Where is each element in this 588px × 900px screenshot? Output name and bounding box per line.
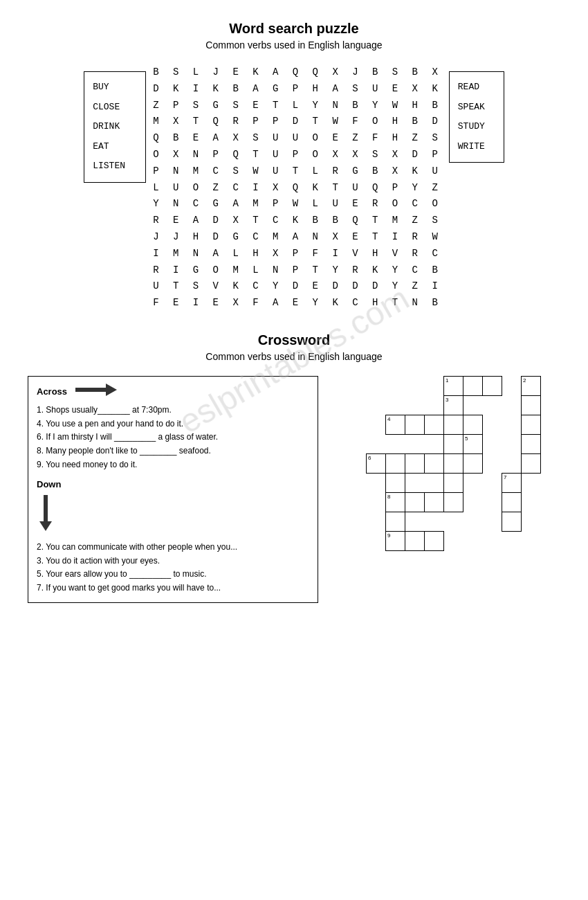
cw-cell-r9c3[interactable] [405, 531, 425, 550]
down-clue-5: 5. Your ears allow you to _________ to m… [37, 568, 309, 582]
down-clues: 2. You can communicate with other people… [37, 541, 309, 595]
cw-cell-r3c6[interactable] [463, 415, 483, 434]
cw-blocked [483, 492, 502, 512]
cw-blocked [405, 434, 425, 453]
cw-row-5: 6 [367, 453, 560, 473]
cw-cell-r6c5[interactable] [444, 473, 463, 492]
cw-cell-r4c5[interactable] [444, 434, 463, 453]
across-heading: Across [37, 384, 309, 401]
cw-cell-r2c5[interactable]: 3 [444, 395, 463, 415]
down-clue-7: 7. If you want to get good marks you wil… [37, 582, 309, 595]
left-word-list: BUY CLOSE DRINK EAT LISTEN [84, 71, 146, 183]
down-arrow-icon [39, 495, 309, 535]
cw-cell-r7c3[interactable] [405, 492, 425, 512]
cw-blocked [367, 473, 386, 492]
grid-row-15: F E I E X F A E Y K C H T N B [153, 295, 442, 312]
across-clue-8: 8. Many people don't like to ________ se… [37, 444, 309, 458]
cw-blocked [425, 434, 444, 453]
cw-row-4: 5 [367, 434, 560, 453]
cw-row-2: 3 [367, 395, 560, 415]
grid-row-13: R I G O M L N P T Y R K Y C B [153, 262, 442, 279]
grid-row-5: Q B E A X S U U O E Z F H Z S [153, 130, 442, 147]
right-word-list: READ SPEAK STUDY WRITE [449, 71, 504, 163]
cw-cell-r1c9[interactable]: 2 [522, 376, 541, 395]
cw-cell-r7c4[interactable] [425, 492, 444, 512]
grid-row-7: P N M C S W U T L R G B X K U [153, 163, 442, 180]
crossword-title: Crossword [28, 332, 560, 348]
cw-cell-r8c2[interactable] [386, 512, 405, 531]
cw-cell-r3c5[interactable] [444, 415, 463, 434]
down-heading: Down [37, 478, 309, 492]
cw-cell-r7c2[interactable]: 8 [386, 492, 405, 512]
cw-cell-r1c7[interactable] [483, 376, 502, 395]
cw-blocked [483, 415, 502, 434]
word-search-section: Word search puzzle Common verbs used in … [28, 21, 560, 312]
word-write: WRITE [458, 137, 495, 157]
cw-blocked [463, 395, 483, 415]
cw-blocked [444, 531, 463, 550]
cw-cell-r3c9[interactable] [522, 415, 541, 434]
cw-cell-r3c3[interactable] [405, 415, 425, 434]
crossword-subtitle: Common verbs used in English language [28, 351, 560, 362]
cw-cell-r9c4[interactable] [425, 531, 444, 550]
down-clue-2: 2. You can communicate with other people… [37, 541, 309, 555]
cw-cell-r5c5[interactable] [444, 453, 463, 473]
grid-row-6: O X N P Q T U P O X X S X D P [153, 147, 442, 163]
cw-blocked [522, 473, 541, 492]
down-clue-3: 3. You do it action with your eyes. [37, 555, 309, 568]
cw-cell-r6c8[interactable]: 7 [502, 473, 522, 492]
cw-blocked [425, 376, 444, 395]
cw-blocked [483, 473, 502, 492]
crossword-grid-area: 1 2 [332, 376, 560, 551]
clues-box: Across 1. Shops usually_______ at 7:30pm… [28, 376, 318, 603]
cw-blocked [483, 434, 502, 453]
cw-cell-r3c4[interactable] [425, 415, 444, 434]
cw-cell-r1c5[interactable]: 1 [444, 376, 463, 395]
cw-row-3: 4 [367, 415, 560, 434]
cw-row-8 [367, 512, 560, 531]
cw-cell-r4c6[interactable]: 5 [463, 434, 483, 453]
cw-cell-r5c2[interactable] [386, 453, 405, 473]
cw-blocked [425, 473, 444, 492]
cw-cell-r5c4[interactable] [425, 453, 444, 473]
cw-blocked [483, 395, 502, 415]
cw-blocked [386, 395, 405, 415]
word-search-layout: BUY CLOSE DRINK EAT LISTEN B S L J E K A… [28, 64, 560, 312]
grid-row-14: U T S V K C Y D E D D D Y Z I [153, 278, 442, 295]
word-close: CLOSE [93, 98, 137, 118]
cw-cell-r5c6[interactable] [463, 453, 483, 473]
cw-blocked [541, 473, 560, 492]
cw-blocked [522, 512, 541, 531]
cw-blocked [541, 512, 560, 531]
cw-cell-r5c1[interactable]: 6 [367, 453, 386, 473]
word-listen: LISTEN [93, 156, 137, 177]
cw-cell-r1c6[interactable] [463, 376, 483, 395]
cw-blocked [386, 376, 405, 395]
cw-blocked [483, 512, 502, 531]
cw-blocked [463, 492, 483, 512]
cw-blocked [502, 531, 522, 550]
cw-cell-r7c5[interactable] [444, 492, 463, 512]
svg-marker-1 [106, 384, 117, 396]
cw-cell-r8c8[interactable] [502, 512, 522, 531]
word-read: READ [458, 78, 495, 98]
cw-blocked [502, 395, 522, 415]
cw-blocked [463, 473, 483, 492]
cw-cell-r2c9[interactable] [522, 395, 541, 415]
cw-cell-r9c2[interactable]: 9 [386, 531, 405, 550]
cw-cell-r6c2[interactable] [386, 473, 405, 492]
cw-cell-r5c3[interactable] [405, 453, 425, 473]
cw-blocked [444, 512, 463, 531]
page-container: Word search puzzle Common verbs used in … [28, 21, 560, 603]
grid-row-1: B S L J E K A Q Q X J B S B X [153, 64, 442, 81]
cw-cell-r5c9[interactable] [522, 453, 541, 473]
word-buy: BUY [93, 78, 137, 98]
cw-cell-r3c2[interactable]: 4 [386, 415, 405, 434]
cw-cell-r7c8[interactable] [502, 492, 522, 512]
word-study: STUDY [458, 117, 495, 137]
cw-blocked [463, 531, 483, 550]
cw-cell-r4c9[interactable] [522, 434, 541, 453]
word-search-subtitle: Common verbs used in English language [28, 39, 560, 51]
cw-blocked [541, 453, 560, 473]
svg-rect-0 [75, 388, 106, 392]
